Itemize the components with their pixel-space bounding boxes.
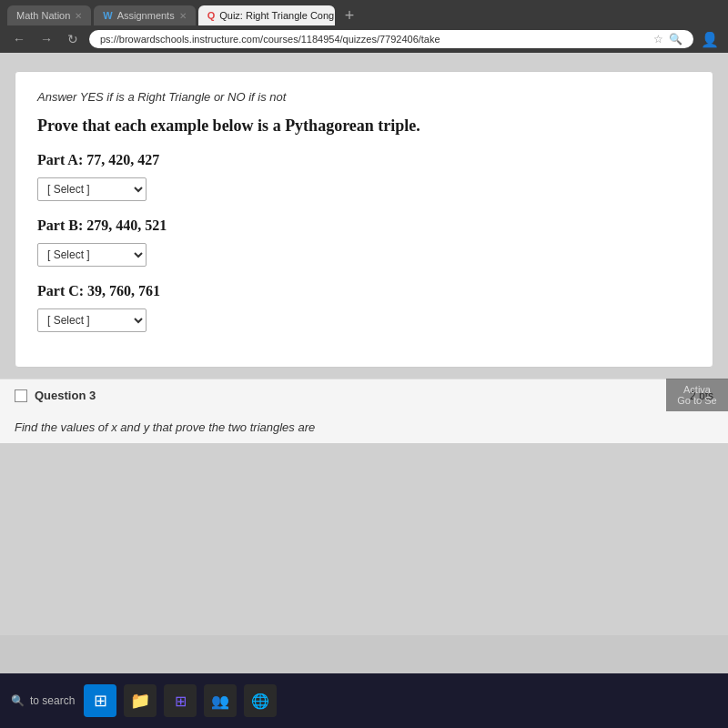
taskbar-file-explorer[interactable]: 📁	[124, 684, 157, 717]
question3-text: Find the values of x and y that prove th…	[15, 420, 713, 434]
back-button[interactable]: ←	[9, 30, 29, 48]
tab-math-nation[interactable]: Math Nation ✕	[7, 5, 91, 25]
tab-close-assignments[interactable]: ✕	[179, 11, 187, 21]
new-tab-button[interactable]: +	[338, 6, 362, 25]
page-wrapper: Math Nation ✕ W Assignments ✕ Q Quiz: Ri…	[0, 0, 728, 728]
forward-button[interactable]: →	[36, 30, 56, 48]
taskbar-edge[interactable]: 🌐	[244, 684, 277, 717]
tab-assignments-label: Assignments	[117, 10, 175, 21]
browser-chrome: Math Nation ✕ W Assignments ✕ Q Quiz: Ri…	[0, 0, 728, 53]
taskbar-search-text: to search	[30, 694, 75, 707]
page-content: Answer YES if is a Right Triangle or NO …	[0, 53, 728, 635]
part-b-select[interactable]: [ Select ] YES NO	[37, 243, 147, 267]
activate-line1: Activa	[673, 384, 721, 395]
tab-assignments-icon: W	[103, 10, 112, 21]
taskbar-icons: ⊞ 📁 ⊞ 👥 🌐	[84, 684, 277, 717]
tabs-row: Math Nation ✕ W Assignments ✕ Q Quiz: Ri…	[0, 0, 728, 25]
part-a-label: Part A: 77, 420, 427	[37, 152, 691, 168]
taskbar-windows-button[interactable]: ⊞	[84, 684, 116, 717]
bookmark-icon[interactable]: ☆	[653, 33, 663, 46]
folder-icon: 📁	[130, 691, 150, 711]
nav-row: ← → ↻ ps://browardschools.instructure.co…	[0, 25, 728, 53]
question3-label-row: Question 3	[15, 389, 96, 402]
part-a-select-wrapper: [ Select ] YES NO	[37, 177, 147, 201]
quiz-card: Answer YES if is a Right Triangle or NO …	[15, 71, 713, 368]
reload-button[interactable]: ↻	[64, 30, 82, 48]
activate-overlay: Activa Go to Se	[666, 379, 728, 411]
search-icon[interactable]: 🔍	[669, 33, 682, 46]
edge-icon: 🌐	[251, 693, 269, 710]
part-b-label: Part B: 279, 440, 521	[37, 217, 691, 234]
profile-icon[interactable]: 👤	[701, 31, 719, 48]
question3-label: Question 3	[35, 389, 96, 402]
part-c-section: Part C: 39, 760, 761 [ Select ] YES NO	[37, 283, 691, 349]
part-c-select-wrapper: [ Select ] YES NO	[37, 308, 147, 332]
part-a-section: Part A: 77, 420, 427 [ Select ] YES NO	[37, 152, 691, 217]
address-bar[interactable]: ps://browardschools.instructure.com/cour…	[89, 30, 693, 48]
part-b-section: Part B: 279, 440, 521 [ Select ] YES NO	[37, 217, 691, 283]
tab-assignments[interactable]: W Assignments ✕	[94, 5, 195, 25]
instructions-text: Answer YES if is a Right Triangle or NO …	[37, 90, 691, 104]
question3-text-area: Find the values of x and y that prove th…	[0, 411, 728, 443]
main-instruction-text: Prove that each example below is a Pytha…	[37, 116, 691, 136]
part-c-label: Part C: 39, 760, 761	[37, 283, 691, 299]
tab-math-nation-label: Math Nation	[16, 10, 70, 21]
part-c-select[interactable]: [ Select ] YES NO	[37, 308, 147, 332]
activate-line2: Go to Se	[673, 395, 721, 406]
part-b-select-wrapper: [ Select ] YES NO	[37, 243, 147, 267]
part-a-select[interactable]: [ Select ] YES NO	[37, 177, 147, 201]
taskbar-store[interactable]: ⊞	[164, 684, 197, 717]
tab-quiz-label: Quiz: Right Triangle Congr...	[219, 10, 334, 21]
tab-quiz-icon: Q	[207, 10, 216, 21]
taskbar-teams[interactable]: 👥	[204, 684, 237, 717]
teams-icon: 👥	[211, 693, 229, 710]
url-text: ps://browardschools.instructure.com/cour…	[100, 34, 440, 45]
question3-footer: Question 3 2 pts	[0, 379, 728, 411]
tab-quiz[interactable]: Q Quiz: Right Triangle Congr... ✕	[198, 5, 335, 25]
tab-close-math-nation[interactable]: ✕	[75, 11, 82, 21]
taskbar: 🔍 to search ⊞ 📁 ⊞ 👥 🌐	[0, 673, 728, 728]
search-area: 🔍 to search	[11, 694, 75, 707]
store-icon: ⊞	[175, 693, 187, 710]
question3-checkbox[interactable]	[15, 389, 27, 402]
search-icon-taskbar: 🔍	[11, 694, 25, 707]
question3-container: Question 3 2 pts Activa Go to Se Find th…	[0, 379, 728, 443]
